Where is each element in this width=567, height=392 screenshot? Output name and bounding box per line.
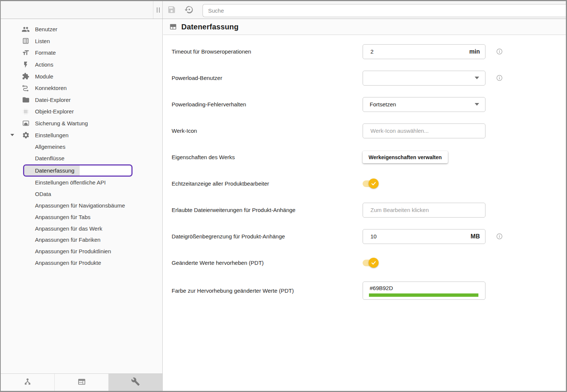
search-input[interactable] [203,4,566,17]
row-echtzeitanzeige: Echtzeitanzeige aller Produktbearbeiter [163,170,566,197]
row-werte-hervorheben: Geänderte Werte hervorheben (PDT) [163,250,566,276]
restore-history-button[interactable] [182,3,196,17]
sidebar-item-anpassungen-fabriken[interactable]: Anpassungen für Fabriken [1,234,162,246]
tab-structure[interactable] [1,374,54,391]
powerload-user-select[interactable] [363,71,485,86]
page-title: Datenerfassung [181,23,239,31]
field-label: Dateigrößenbegrenzung für Produkt-Anhäng… [163,233,363,240]
error-behaviour-select[interactable]: Fortsetzen [363,97,485,112]
field-label: Farbe zur Hervorhebung geänderter Werte … [163,287,363,294]
sidebar-item-objekt-explorer[interactable]: Objekt-Explorer [1,106,162,118]
sidebar-item-module[interactable]: Module [1,70,162,82]
row-dateierweiterungen: Erlaubte Dateierweiterungen für Produkt-… [163,197,566,223]
toolbar-divider [153,1,153,19]
settings-form: Timeout für Browseroperationen min Power… [163,35,566,305]
app-window: Benutzer Listen Formate Actions Module [0,0,567,392]
tab-admin[interactable] [108,374,162,391]
info-icon[interactable] [496,233,503,240]
row-hervorhebungsfarbe: Farbe zur Hervorhebung geänderter Werte … [163,276,566,305]
selected-item-outline: Datenerfassung [23,164,133,177]
sidebar-item-listen[interactable]: Listen [1,35,162,47]
sidebar-item-allgemeines[interactable]: Allgemeines [1,141,162,152]
sidebar-item-odata[interactable]: OData [1,188,162,200]
list-icon [22,37,30,45]
gear-icon [22,131,30,139]
field-label: Geänderte Werte hervorheben (PDT) [163,260,363,266]
info-icon[interactable] [496,48,503,55]
sidebar-item-anpassungen-produktlinien[interactable]: Anpassungen für Produktlinien [1,245,162,257]
folder-icon [22,96,30,104]
highlight-values-toggle[interactable] [363,258,379,268]
field-label: Werk-Icon [163,128,363,134]
sidebar-item-sicherung-wartung[interactable]: Sicherung & Wartung [1,118,162,129]
filesize-input[interactable] [370,233,468,240]
sidebar-item-einstellungen[interactable]: Einstellungen [1,129,162,141]
top-toolbar [1,1,566,19]
sidebar-item-formate[interactable]: Formate [1,47,162,59]
flash-icon [22,61,30,69]
sidebar-item-benutzer[interactable]: Benutzer [1,23,162,35]
unit-suffix: min [469,48,480,55]
row-powerloading-fehlerverhalten: Powerloading-Fehlerverhalten Fortsetzen [163,91,566,118]
expand-caret-icon[interactable] [10,134,14,136]
toggle-check-icon [369,179,379,189]
unit-suffix: MB [471,233,480,240]
row-werk-icon: Werk-Icon [163,118,566,144]
manage-werk-properties-button[interactable]: Werkeigenschaften verwalten [363,151,448,163]
werk-icon-input[interactable] [370,127,480,134]
color-swatch-bar [369,293,478,297]
sidebar-item-datei-explorer[interactable]: Datei-Explorer [1,94,162,106]
timeout-input-box: min [363,44,485,59]
sidebar-item-datenerfassung[interactable]: Datenerfassung [1,164,162,177]
sidebar-nav: Benutzer Listen Formate Actions Module [1,19,163,373]
page-panel-icon [169,23,177,31]
route-icon [22,84,30,92]
field-label: Timeout für Browseroperationen [163,48,363,55]
sidebar-item-anpassungen-navigationsbaeume[interactable]: Anpassungen für Navigationsbäume [1,200,162,211]
save-button[interactable] [165,3,178,17]
sidebar-item-actions[interactable]: Actions [1,59,162,71]
color-hex-value: #69B92D [370,285,393,291]
page-header: Datenerfassung [163,19,566,35]
sidebar-item-anpassungen-tabs[interactable]: Anpassungen für Tabs [1,211,162,223]
save-icon [167,5,176,15]
sidebar-item-einstellungen-oeffentliche-api[interactable]: Einstellungen öffentliche API [1,177,162,189]
splitter-handle[interactable] [157,7,160,13]
row-powerload-benutzer: Powerload-Benutzer [163,65,566,91]
highlight-color-field[interactable]: #69B92D [363,282,485,300]
sidebar-bottom-tabs [1,373,163,391]
tree-icon [23,377,32,388]
chevron-down-icon [475,103,479,106]
main-content: Datenerfassung Timeout für Browseroperat… [163,19,566,391]
wrench-icon [131,377,140,388]
sidebar-edge-line [162,1,163,19]
timeout-input[interactable] [370,48,466,55]
restore-history-icon [185,5,194,15]
toggle-check-icon [369,258,379,268]
werk-icon-input-box [363,123,485,138]
extensions-input[interactable] [370,206,480,213]
row-timeout: Timeout für Browseroperationen min [163,38,566,65]
backup-icon [22,119,30,128]
info-icon[interactable] [496,75,503,81]
row-dateigroessenbegrenzung: Dateigrößenbegrenzung für Produkt-Anhäng… [163,223,566,250]
sidebar-item-datenfluesse[interactable]: Datenflüsse [1,152,162,164]
tab-panel[interactable] [54,374,108,391]
row-eigenschaften-werk: Eigenschaften des Werks Werkeigenschafte… [163,144,566,170]
panel-icon [77,377,86,388]
puzzle-icon [22,72,30,80]
field-label: Echtzeitanzeige aller Produktbearbeiter [163,180,363,187]
dots-grid-icon [22,107,30,116]
people-icon [22,25,30,33]
extensions-input-box [363,203,485,218]
sidebar-item-konnektoren[interactable]: Konnektoren [1,82,162,94]
sidebar-item-anpassungen-produkte[interactable]: Anpassungen für Produkte [1,257,162,269]
chevron-down-icon [475,77,479,79]
sidebar-item-anpassungen-das-werk[interactable]: Anpassungen für das Werk [1,223,162,234]
field-label: Powerloading-Fehlerverhalten [163,101,363,107]
selected-item-highlight: Datenerfassung [24,166,80,176]
field-label: Eigenschaften des Werks [163,154,363,160]
filesize-input-box: MB [363,229,485,244]
format-size-icon [22,49,30,57]
realtime-toggle[interactable] [363,179,379,189]
